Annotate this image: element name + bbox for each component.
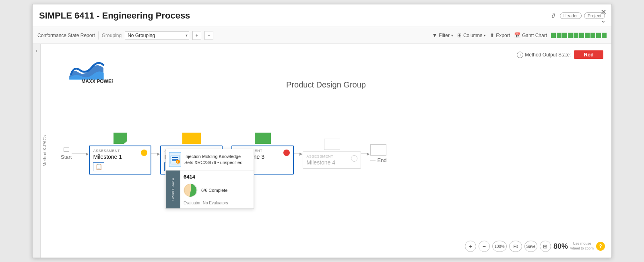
milestone-icon-wrapper-1: 📋 xyxy=(93,162,104,171)
group-title: Product Design Group xyxy=(286,80,366,89)
start-connector xyxy=(64,148,69,152)
columns-dropdown-icon: ▾ xyxy=(484,33,486,37)
add-grouping-button[interactable]: + xyxy=(192,31,201,40)
line-5a xyxy=(361,154,367,154)
export-label: Export xyxy=(496,33,510,38)
main-content: › Method K-PACs i Method Output State: R… xyxy=(33,44,611,258)
gantt-block-10 xyxy=(602,33,607,38)
filter-label: Filter xyxy=(439,33,450,38)
save-button[interactable]: Save xyxy=(524,241,537,252)
conformance-label[interactable]: Conformance State Report xyxy=(37,33,95,38)
tooltip-main: 6414 6/6 Complete Ev xyxy=(180,171,254,208)
line-4a xyxy=(294,154,299,154)
toolbar-right: ▼ Filter ▾ ⊞ Columns ▾ ⬆ Export 📅 Gantt … xyxy=(432,32,607,38)
logo-area: MAXX POWER xyxy=(65,56,113,86)
end-label: End xyxy=(377,157,386,163)
knowledge-set-icon: ! xyxy=(169,154,181,165)
output-state-text: Method Output State: xyxy=(525,52,571,58)
filter-dropdown-icon: ▾ xyxy=(451,33,453,37)
zoom-in-button[interactable]: + xyxy=(465,241,476,252)
end-line xyxy=(370,160,376,160)
toolbar: Conformance State Report Grouping No Gro… xyxy=(33,27,611,44)
tooltip-complete: 6/6 Complete xyxy=(201,188,227,193)
gantt-blocks xyxy=(551,33,607,38)
gantt-block-4 xyxy=(568,33,573,38)
canvas-area[interactable]: Method K-PACs i Method Output State: Red… xyxy=(41,44,611,258)
gantt-block-7 xyxy=(585,33,590,38)
page-title: SIMPLE 6411 - Engineering Process xyxy=(39,10,549,21)
zoom-controls: + − 100% Fit Save ⊞ 80% Use mousewheel t… xyxy=(465,241,605,252)
title-bar: SIMPLE 6411 - Engineering Process ∂ Head… xyxy=(33,4,611,27)
milestone-card-1[interactable]: ASSESSMENT Milestone 1 📋 xyxy=(89,146,151,175)
arrowhead-4: ▶ xyxy=(299,152,303,156)
remove-grouping-button[interactable]: − xyxy=(204,31,213,40)
info-icon[interactable]: i xyxy=(517,52,523,58)
milestone-label-4: ASSESSMENT xyxy=(306,154,357,158)
grouping-label: Grouping xyxy=(102,33,122,38)
gantt-block-3 xyxy=(562,33,567,38)
milestone-4-block: ASSESSMENT Milestone 4 xyxy=(303,139,361,168)
window-controls: ✕ ⌄ xyxy=(601,8,607,24)
milestone-icon-1[interactable]: 📋 xyxy=(93,162,104,171)
gantt-block-1 xyxy=(551,33,556,38)
gantt-block-9 xyxy=(596,33,601,38)
grouping-select[interactable]: No Grouping Phase Owner xyxy=(125,31,189,40)
flag-m4 xyxy=(324,139,340,150)
arrowhead-5: ▶ xyxy=(367,152,370,156)
tooltip-id: 6414 xyxy=(184,174,250,180)
divider-1 xyxy=(98,31,99,40)
help-button[interactable]: ? xyxy=(596,242,605,251)
milestone-card-4[interactable]: ASSESSMENT Milestone 4 xyxy=(303,152,361,168)
gantt-block-2 xyxy=(557,33,561,38)
tooltip-evaluator: Evaluator: No Evaluators xyxy=(184,201,250,205)
gantt-block-8 xyxy=(590,33,595,38)
method-label: Method K-PACs xyxy=(42,135,47,167)
zoom-fit-button[interactable]: Fit xyxy=(509,241,522,252)
arrowhead-2: ▶ xyxy=(157,152,160,156)
close-button[interactable]: ✕ xyxy=(601,8,607,16)
milestone-name-1: Milestone 1 xyxy=(93,154,147,160)
title-badges: Header Project xyxy=(560,12,605,19)
chevron-button[interactable]: ⌄ xyxy=(601,17,607,24)
columns-label: Columns xyxy=(463,33,482,38)
flag-m2 xyxy=(182,133,201,144)
output-state-value: Red xyxy=(574,50,603,59)
flag-m1 xyxy=(114,133,127,144)
filter-button[interactable]: ▼ Filter ▾ xyxy=(432,32,453,38)
end-box xyxy=(370,144,386,156)
end-node: End xyxy=(370,144,386,163)
svg-rect-3 xyxy=(172,159,178,160)
tooltip-item-name: Injection Molding Knowledge Sets XRC2387… xyxy=(184,154,250,166)
grouping-select-wrapper[interactable]: No Grouping Phase Owner xyxy=(125,31,189,40)
arrow-m1-m2: ▶ xyxy=(151,152,160,156)
milestone-label-1: ASSESSMENT xyxy=(93,149,147,153)
tooltip-tag: SIMPLE-6414 xyxy=(166,171,180,208)
grid-button[interactable]: ⊞ xyxy=(540,241,551,252)
zoom-out-button[interactable]: − xyxy=(479,241,490,252)
zoom-100-button[interactable]: 100% xyxy=(492,241,507,252)
zoom-percent: 80% xyxy=(553,242,568,251)
share-icon[interactable]: ∂ xyxy=(552,12,555,19)
badge-header[interactable]: Header xyxy=(560,12,582,19)
svg-rect-4 xyxy=(172,160,176,161)
milestone-name-4: Milestone 4 xyxy=(306,159,357,166)
process-flow: Start ▶ ASSESSMENT Milestone 1 xyxy=(61,133,596,175)
company-logo: MAXX POWER xyxy=(65,56,113,84)
flag-m3 xyxy=(255,133,271,144)
tooltip-body: SIMPLE-6414 6414 6/6 Compl xyxy=(166,171,254,208)
gantt-button[interactable]: 📅 Gantt Chart xyxy=(514,32,547,38)
filter-icon: ▼ xyxy=(432,32,437,38)
columns-icon: ⊞ xyxy=(457,32,462,38)
svg-text:MAXX POWER: MAXX POWER xyxy=(81,79,113,84)
start-label: Start xyxy=(61,154,72,160)
export-icon: ⬆ xyxy=(490,32,494,38)
gantt-label: Gantt Chart xyxy=(522,33,547,38)
output-state-container: i Method Output State: Red xyxy=(517,50,603,59)
svg-rect-2 xyxy=(172,157,178,158)
tooltip-header: ! Injection Molding Knowledge Sets XRC23… xyxy=(166,149,254,171)
evaluator-label: Evaluator: xyxy=(184,201,202,205)
sidebar-toggle[interactable]: › xyxy=(33,44,41,258)
export-button[interactable]: ⬆ Export xyxy=(490,32,510,38)
columns-button[interactable]: ⊞ Columns ▾ xyxy=(457,32,486,38)
start-node: Start xyxy=(61,148,72,160)
